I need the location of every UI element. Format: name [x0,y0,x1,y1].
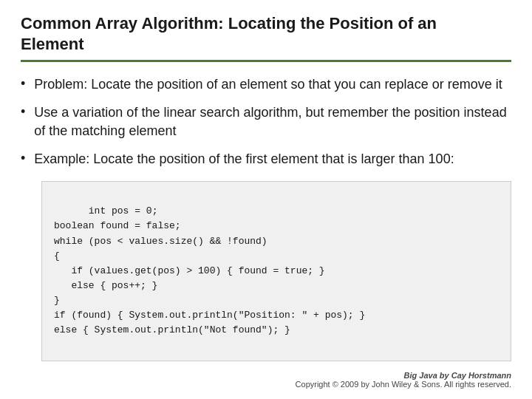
footer-line1: Big Java by Cay Horstmann [21,371,511,380]
bullet-item-2: • Use a variation of the linear search a… [21,103,511,140]
title-line2: Element [21,35,84,53]
title-line1: Common Array Algorithm: Locating the Pos… [21,14,437,33]
bullet-symbol-1: • [21,76,25,92]
bullet-item-3: • Example: Locate the position of the fi… [21,150,511,168]
slide-title: Common Array Algorithm: Locating the Pos… [21,13,511,54]
bullet-text-1: Problem: Locate the position of an eleme… [34,75,502,93]
title-area: Common Array Algorithm: Locating the Pos… [21,13,511,62]
slide: Common Array Algorithm: Locating the Pos… [0,0,532,399]
bullet-text-3: Example: Locate the position of the firs… [34,150,454,168]
footer-line2: Copyright © 2009 by John Wiley & Sons. A… [21,380,511,389]
footer: Big Java by Cay Horstmann Copyright © 20… [21,371,511,389]
bullet-item-1: • Problem: Locate the position of an ele… [21,75,511,93]
bullet-symbol-3: • [21,151,25,166]
bullet-text-2: Use a variation of the linear search alg… [34,103,511,140]
content-area: • Problem: Locate the position of an ele… [21,75,511,368]
code-content: int pos = 0; boolean found = false; whil… [54,205,365,335]
code-block: int pos = 0; boolean found = false; whil… [41,181,511,361]
bullet-symbol-2: • [21,104,25,120]
